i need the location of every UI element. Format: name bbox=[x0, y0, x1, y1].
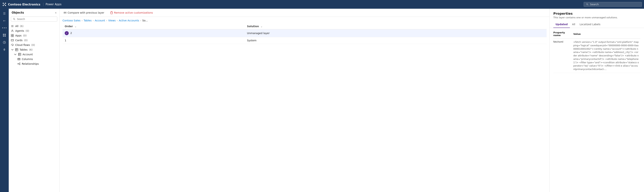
tree-count-agents: (0) bbox=[26, 29, 29, 32]
compare-button[interactable]: Compare with previous layer bbox=[62, 10, 106, 15]
properties-body: Property name Value fetchxml <fetch vers… bbox=[550, 28, 644, 192]
topbar-search-icon bbox=[586, 3, 588, 6]
tree-count-all: (6) bbox=[20, 25, 24, 28]
svg-rect-23 bbox=[11, 39, 14, 41]
tree-label-relationships: Relationships bbox=[22, 62, 39, 65]
svg-rect-26 bbox=[16, 48, 18, 51]
rocket-icon bbox=[3, 48, 6, 51]
properties-table: Property name Value fetchxml <fetch vers… bbox=[553, 30, 640, 73]
dots-button[interactable]: ••• bbox=[1, 25, 8, 31]
pages-button[interactable] bbox=[1, 32, 8, 38]
col-solution[interactable]: Solution ⌄ bbox=[245, 23, 546, 29]
tree-label-cloud-flows: Cloud flows bbox=[15, 44, 30, 46]
svg-point-0 bbox=[3, 3, 4, 4]
tree-item-all[interactable]: All (6) bbox=[9, 24, 60, 28]
cards-icon bbox=[11, 39, 14, 42]
svg-point-40 bbox=[20, 64, 20, 65]
tree-count-cards: (0) bbox=[24, 39, 28, 42]
props-col-value: Value bbox=[573, 30, 640, 39]
svg-rect-30 bbox=[18, 53, 21, 56]
agent-icon bbox=[11, 29, 14, 32]
hamburger-button[interactable]: ☰ bbox=[1, 10, 8, 17]
properties-title: Properties bbox=[553, 12, 640, 15]
prop-row-fetchxml: fetchxml <fetch version="1.0" output-for… bbox=[553, 39, 640, 73]
chevron-down-icon bbox=[11, 48, 14, 51]
breadcrumb-sep-5: › bbox=[140, 19, 141, 22]
tree-item-account[interactable]: Account bbox=[9, 52, 60, 57]
tree-item-relationships[interactable]: Relationships bbox=[9, 61, 60, 66]
objects-search-container[interactable] bbox=[11, 16, 57, 22]
tree-item-columns[interactable]: Columns bbox=[9, 57, 60, 61]
tab-localized-labels[interactable]: Localized Labels bbox=[577, 22, 602, 28]
svg-point-5 bbox=[586, 3, 588, 5]
company-name: Contoso Electronics bbox=[8, 3, 40, 6]
svg-point-12 bbox=[4, 49, 4, 50]
breadcrumb-views[interactable]: Views bbox=[108, 19, 116, 22]
objects-panel: Objects ‹ All (6) bbox=[9, 9, 60, 192]
table-row-selected[interactable]: ✓ 2 Unmanaged layer bbox=[62, 29, 546, 37]
properties-tabs: Updated All Localized Labels bbox=[550, 20, 644, 28]
tree-item-cloud-flows[interactable]: Cloud flows (0) bbox=[9, 43, 60, 47]
objects-title: Objects bbox=[12, 11, 24, 14]
back-button[interactable]: ← bbox=[1, 17, 8, 24]
tree-item-cards[interactable]: Cards (0) bbox=[9, 38, 60, 43]
objects-tree: All (6) Agents (0) App bbox=[9, 23, 60, 192]
cell-order-1: 1 bbox=[62, 37, 245, 44]
toolbar: Compare with previous layer Remove activ… bbox=[60, 9, 550, 17]
pages-icon bbox=[3, 34, 6, 37]
table-container: Order ⌄ Solution ⌄ ✓ 2 bbox=[60, 23, 550, 192]
tab-updated[interactable]: Updated bbox=[553, 22, 570, 28]
svg-rect-22 bbox=[12, 36, 14, 37]
prop-name-fetchxml: fetchxml bbox=[553, 39, 573, 73]
app-name-label: Power Apps bbox=[43, 3, 62, 6]
svg-rect-21 bbox=[11, 36, 12, 37]
compare-icon bbox=[64, 11, 66, 14]
selected-check-icon: ✓ bbox=[65, 31, 69, 35]
breadcrumb-active-accounts[interactable]: Active Accounts bbox=[119, 19, 139, 22]
svg-point-38 bbox=[18, 63, 18, 64]
solutions-table: Order ⌄ Solution ⌄ ✓ 2 bbox=[62, 23, 546, 44]
tree-item-tables[interactable]: Tables (6) bbox=[9, 47, 60, 52]
breadcrumb-sep-2: › bbox=[93, 19, 94, 22]
list-icon bbox=[11, 25, 14, 28]
topbar: Contoso Electronics Power Apps Search bbox=[0, 0, 644, 9]
svg-rect-10 bbox=[4, 35, 6, 37]
objects-header: Objects ‹ bbox=[9, 9, 60, 16]
tree-item-apps[interactable]: Apps (0) bbox=[9, 33, 60, 38]
launch-button[interactable] bbox=[1, 46, 8, 53]
breadcrumb: Contoso Sales › Tables › Account › Views… bbox=[60, 17, 550, 23]
chevron-down-icon-account bbox=[14, 53, 17, 56]
topbar-search[interactable]: Search bbox=[584, 2, 642, 7]
main-layout: ☰ ← ••• Objects bbox=[0, 9, 644, 192]
table-row-1[interactable]: 1 System bbox=[62, 37, 546, 44]
breadcrumb-contoso-sales[interactable]: Contoso Sales bbox=[62, 19, 80, 22]
prop-value-fetchxml: <fetch version="1.0" output-format="xml-… bbox=[573, 39, 640, 73]
svg-point-39 bbox=[20, 63, 20, 63]
breadcrumb-account[interactable]: Account bbox=[95, 19, 105, 22]
objects-search-input[interactable] bbox=[17, 18, 55, 20]
tree-label-all: All bbox=[15, 25, 18, 28]
tree-count-tables: (6) bbox=[29, 48, 33, 51]
history-button[interactable] bbox=[1, 39, 8, 46]
order-sort-icon: ⌄ bbox=[74, 25, 77, 28]
content-area: Compare with previous layer Remove activ… bbox=[60, 9, 550, 192]
col-order[interactable]: Order ⌄ bbox=[62, 23, 245, 29]
tree-item-agents[interactable]: Agents (0) bbox=[9, 28, 60, 33]
properties-header: Properties This layer contains one or mo… bbox=[550, 9, 644, 20]
tree-label-apps: Apps bbox=[15, 34, 22, 37]
breadcrumb-tables[interactable]: Tables bbox=[84, 19, 92, 22]
tab-all[interactable]: All bbox=[570, 22, 577, 28]
compare-label: Compare with previous layer bbox=[68, 11, 104, 14]
tree-label-cards: Cards bbox=[15, 39, 22, 42]
app-logo[interactable]: Contoso Electronics bbox=[2, 2, 40, 6]
svg-point-4 bbox=[4, 4, 5, 5]
breadcrumb-sep-3: › bbox=[106, 19, 107, 22]
tree-label-account: Account bbox=[22, 53, 33, 56]
close-panel-button[interactable]: ‹ bbox=[55, 11, 56, 14]
svg-line-41 bbox=[18, 63, 20, 64]
entity-icon bbox=[18, 53, 21, 56]
relationships-icon bbox=[18, 62, 20, 65]
remove-button[interactable]: Remove active customizations bbox=[109, 10, 154, 15]
tree-count-cloud-flows: (0) bbox=[32, 44, 35, 46]
tree-label-tables: Tables bbox=[20, 48, 28, 51]
